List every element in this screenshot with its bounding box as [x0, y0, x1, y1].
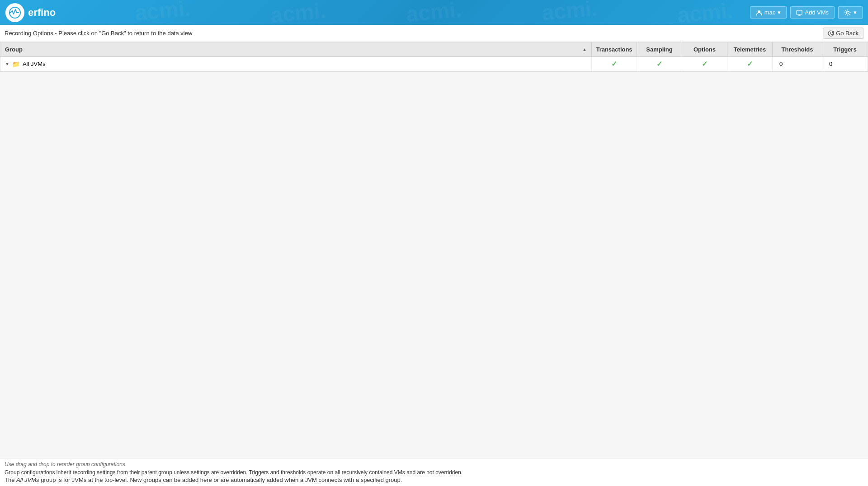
- table-header-row: Group ▲ Transactions Sampling Options Te…: [0, 42, 868, 57]
- options-check: ✓: [702, 60, 708, 68]
- recording-options-table: Group ▲ Transactions Sampling Options Te…: [0, 42, 868, 72]
- user-dropdown-icon: ▾: [778, 9, 781, 16]
- cell-telemetries[interactable]: ✓: [727, 57, 773, 71]
- svg-rect-7: [797, 10, 802, 14]
- triggers-value: 0: [829, 61, 832, 67]
- user-menu-button[interactable]: mac ▾: [750, 6, 787, 19]
- go-back-button[interactable]: ↺ Go Back: [823, 28, 863, 39]
- logo-text: erfino: [28, 7, 56, 19]
- cell-triggers[interactable]: 0: [822, 57, 868, 71]
- col-header-thresholds: Thresholds: [773, 42, 822, 56]
- expand-icon[interactable]: ▼: [5, 61, 9, 66]
- header-actions: mac ▾ Add VMs ▾: [750, 6, 863, 19]
- transactions-check: ✓: [611, 60, 617, 68]
- add-vms-button[interactable]: Add VMs: [790, 6, 835, 19]
- cell-transactions[interactable]: ✓: [592, 57, 637, 71]
- col-header-options: Options: [682, 42, 727, 56]
- footer-hint: Use drag and drop to reorder group confi…: [5, 461, 863, 467]
- col-header-group: Group ▲: [0, 42, 592, 56]
- sub-header: Recording Options - Please click on "Go …: [0, 25, 868, 42]
- sort-icon[interactable]: ▲: [582, 47, 587, 52]
- add-vms-label: Add VMs: [805, 9, 829, 16]
- table-row: ▼ 📁 All JVMs ✓ ✓ ✓ ✓ 0 0: [0, 57, 868, 71]
- col-header-sampling: Sampling: [637, 42, 682, 56]
- cell-sampling[interactable]: ✓: [637, 57, 682, 71]
- folder-icon: 📁: [12, 61, 20, 68]
- footer-info2-italic: All JVMs: [16, 477, 39, 483]
- user-label: mac: [764, 9, 776, 16]
- go-back-label: Go Back: [836, 30, 859, 37]
- settings-button[interactable]: ▾: [838, 6, 863, 19]
- group-name-label: All JVMs: [23, 61, 46, 67]
- logo-icon: [5, 3, 24, 22]
- col-header-transactions: Transactions: [592, 42, 637, 56]
- settings-dropdown-icon: ▾: [854, 9, 857, 16]
- svg-text:acmi.: acmi.: [405, 0, 462, 25]
- svg-text:acmi.: acmi.: [269, 0, 327, 25]
- footer-info-1: Group configurations inherit recording s…: [5, 469, 863, 476]
- logo-area: erfino: [5, 3, 56, 22]
- sampling-check: ✓: [656, 60, 662, 68]
- svg-text:acmi.: acmi.: [541, 0, 598, 25]
- footer: Use drag and drop to reorder group confi…: [0, 458, 868, 486]
- app-header: acmi. acmi. acmi. acmi. acmi. erfino mac…: [0, 0, 868, 25]
- footer-info-2: The All JVMs group is for JVMs at the to…: [5, 477, 863, 483]
- svg-text:↺: ↺: [830, 30, 835, 37]
- cell-options[interactable]: ✓: [682, 57, 727, 71]
- footer-info2-suffix: group is for JVMs at the top-level. New …: [39, 477, 402, 483]
- cell-group-name[interactable]: ▼ 📁 All JVMs: [0, 57, 592, 71]
- thresholds-value: 0: [779, 61, 783, 67]
- page-title: Recording Options - Please click on "Go …: [5, 30, 192, 37]
- col-header-triggers: Triggers: [822, 42, 868, 56]
- cell-thresholds[interactable]: 0: [773, 57, 822, 71]
- telemetries-check: ✓: [747, 60, 753, 68]
- svg-text:acmi.: acmi.: [676, 0, 734, 25]
- svg-text:acmi.: acmi.: [134, 0, 191, 25]
- footer-info2-prefix: The: [5, 477, 16, 483]
- col-header-telemetries: Telemetries: [727, 42, 773, 56]
